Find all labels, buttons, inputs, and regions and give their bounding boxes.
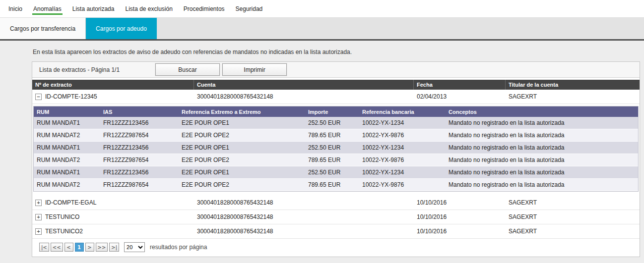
detail-cell-ias: FR12ZZZ987654 [100,129,179,142]
detail-cell-ias: FR12ZZZ987654 [100,154,179,166]
detail-cell-ref-bancaria: 10022-YX-9876 [359,154,446,166]
extract-id: ID-COMPTE-EGAL [45,199,96,206]
pagination-prev-button[interactable]: < [64,243,73,252]
detail-cell-ias: FR12ZZZ987654 [100,179,179,191]
nav-seguridad[interactable]: Seguridad [230,0,268,18]
detail-cell-conceptos: Mandato no registrado en la lista autori… [446,166,638,179]
extract-account: 30004018280008765432148 [194,224,414,238]
detail-table-header-row: RUM IAS Referencia Extremo a Extremo Imp… [34,106,638,117]
extract-holder: SAGEXRT [506,90,640,104]
extract-date: 10/10/2016 [414,210,506,224]
detail-cell-ref-bancaria: 10022-YX-9876 [359,179,446,191]
pagination-fast-prev-button[interactable]: << [51,243,63,252]
detail-cell-rum: RUM MANDAT1 [34,117,100,129]
detail-cell-importe: 252.50 EUR [305,117,359,129]
detail-cell-ias: FR12ZZZ123456 [100,117,179,129]
extract-id: ID-COMPTE-12345 [45,93,97,100]
column-header-titular: Titular de la cuenta [506,80,640,90]
extract-row-testunico[interactable]: + TESTUNICO 30004018280008765432148 10/1… [32,210,640,224]
pagination: |< << < 1 > >> >| 20 resultados por pági… [32,239,640,257]
pagination-first-button[interactable]: |< [39,243,49,252]
extract-date: 10/10/2016 [414,224,506,238]
extract-account: 30004018280008765432148 [194,196,414,210]
nav-lista-exclusion[interactable]: Lista de exclusión [120,0,178,18]
panel-title: Lista de extractos - Página 1/1 [39,66,155,73]
tab-bar: Cargos por transferencia Cargos por adeu… [0,18,644,41]
nav-inicio[interactable]: Inicio [3,0,28,18]
main-content: En esta lista aparecen los extractos de … [0,41,644,257]
detail-cell-ias: FR12ZZZ123456 [100,166,179,179]
nav-procedimientos[interactable]: Procedimientos [178,0,230,18]
tab-cargos-por-transferencia[interactable]: Cargos por transferencia [0,18,86,39]
detail-cell-e2e: E2E POUR OPE1 [179,142,305,154]
pagination-next-button[interactable]: > [85,243,94,252]
extract-account: 30004018280008765432148 [194,210,414,224]
detail-cell-ias: FR12ZZZ123456 [100,142,179,154]
per-page-select[interactable]: 20 [124,242,145,252]
detail-cell-conceptos: Mandato no registrado en la lista autori… [446,142,638,154]
detail-row: RUM MANDAT1 FR12ZZZ123456 E2E POUR OPE1 … [34,166,638,179]
detail-cell-ref-bancaria: 10022-YX-1234 [359,117,446,129]
detail-cell-e2e: E2E POUR OPE1 [179,117,305,129]
print-button[interactable]: Imprimir [222,63,287,76]
extracts-panel: Lista de extractos - Página 1/1 Buscar I… [32,61,640,257]
extract-table-header-row: Nº de extracto Cuenta Fecha Titular de l… [32,80,640,90]
detail-cell-rum: RUM MANDAT2 [34,154,100,166]
detail-cell-rum: RUM MANDAT2 [34,129,100,142]
detail-cell-e2e: E2E POUR OPE2 [179,129,305,142]
detail-cell-e2e: E2E POUR OPE2 [179,154,305,166]
search-button[interactable]: Buscar [155,63,220,76]
tab-cargos-por-adeudo[interactable]: Cargos por adeudo [86,18,157,39]
collapse-minus-box-icon[interactable]: − [35,94,42,100]
extract-row-id-compte-12345[interactable]: − ID-COMPTE-12345 3000401828000876543214… [32,90,640,104]
extract-id: TESTUNICO2 [45,228,83,235]
per-page-label: resultados por página [150,244,207,251]
detail-row: RUM MANDAT1 FR12ZZZ123456 E2E POUR OPE1 … [34,142,638,154]
panel-header: Lista de extractos - Página 1/1 Buscar I… [32,62,640,78]
extract-row-testunico2[interactable]: + TESTUNICO2 30004018280008765432148 10/… [32,224,640,239]
detail-cell-conceptos: Mandato no registrado en la lista autori… [446,117,638,129]
detail-cell-e2e: E2E POUR OPE1 [179,166,305,179]
detail-cell-conceptos: Mandato no registrado en la lista autori… [446,129,638,142]
detail-cell-conceptos: Mandato no registrado en la lista autori… [446,154,638,166]
detail-cell-rum: RUM MANDAT2 [34,179,100,191]
expand-plus-box-icon[interactable]: + [35,214,42,220]
column-header-importe: Importe [305,106,359,117]
detail-cell-ref-bancaria: 10022-YX-1234 [359,142,446,154]
detail-cell-importe: 252.50 EUR [305,166,359,179]
detail-cell-importe: 252.50 EUR [305,142,359,154]
detail-row: RUM MANDAT2 FR12ZZZ987654 E2E POUR OPE2 … [34,179,638,191]
pagination-last-button[interactable]: >| [109,243,119,252]
detail-cell-rum: RUM MANDAT1 [34,142,100,154]
extract-date: 02/04/2013 [414,90,506,104]
column-header-ias: IAS [100,106,179,117]
top-navigation: Inicio Anomalías Lista autorizada Lista … [0,0,644,18]
column-header-fecha: Fecha [414,80,506,90]
detail-cell-rum: RUM MANDAT1 [34,166,100,179]
nav-anomalias[interactable]: Anomalías [28,0,67,18]
pagination-fast-next-button[interactable]: >> [96,243,108,252]
detail-cell-ref-bancaria: 10022-YX-1234 [359,166,446,179]
column-header-referencia-bancaria: Referencia bancaria [359,106,446,117]
extract-row-id-compte-egal[interactable]: + ID-COMPTE-EGAL 30004018280008765432148… [32,196,640,210]
column-header-referencia-e2e: Referencia Extremo a Extremo [179,106,305,117]
detail-table: RUM IAS Referencia Extremo a Extremo Imp… [33,106,639,192]
extract-holder: SAGEXRT [506,210,640,224]
detail-row: RUM MANDAT1 FR12ZZZ123456 E2E POUR OPE1 … [34,117,638,129]
extract-date: 10/10/2016 [414,196,506,210]
expand-plus-box-icon[interactable]: + [35,200,42,206]
column-header-n-extracto: Nº de extracto [32,80,194,90]
detail-cell-importe: 789.65 EUR [305,179,359,191]
expand-plus-box-icon[interactable]: + [35,228,42,235]
extract-holder: SAGEXRT [506,196,640,210]
detail-cell-ref-bancaria: 10022-YX-9876 [359,129,446,142]
detail-row: RUM MANDAT2 FR12ZZZ987654 E2E POUR OPE2 … [34,129,638,142]
pagination-page-1[interactable]: 1 [75,243,84,252]
extract-account: 30004018280008765432148 [194,90,414,104]
detail-cell-conceptos: Mandato no registrado en la lista autori… [446,179,638,191]
column-header-rum: RUM [34,106,100,117]
extract-holder: SAGEXRT [506,224,640,238]
nav-lista-autorizada[interactable]: Lista autorizada [67,0,120,18]
page-description: En esta lista aparecen los extractos de … [33,49,640,55]
extract-id: TESTUNICO [45,213,79,220]
